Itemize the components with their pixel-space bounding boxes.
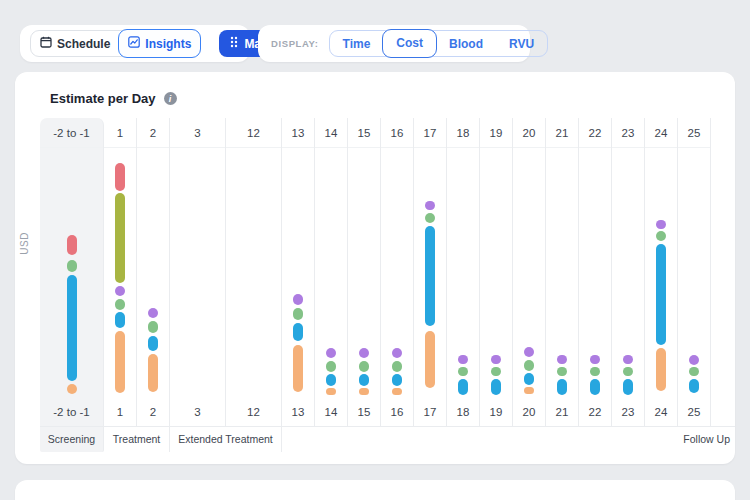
green-cost-segment bbox=[689, 367, 699, 376]
column-body bbox=[104, 148, 136, 398]
green-cost-segment bbox=[425, 213, 435, 223]
day-label-top: 14 bbox=[315, 118, 347, 148]
grid-dots-icon bbox=[230, 36, 238, 51]
column-body bbox=[414, 148, 446, 398]
day-label-bottom: 13 bbox=[282, 398, 314, 426]
chart-column-day-3: 33 bbox=[170, 118, 226, 426]
green-cost-segment bbox=[359, 361, 369, 372]
display-card: DISPLAY: TimeCostBloodRVU bbox=[258, 25, 530, 62]
green-cost-segment bbox=[392, 361, 402, 372]
day-label-top: 13 bbox=[282, 118, 314, 148]
purple-cost-segment bbox=[425, 201, 435, 210]
day-label-bottom: 1 bbox=[104, 398, 136, 426]
blue-cost-segment bbox=[458, 379, 468, 395]
purple-cost-segment bbox=[293, 294, 303, 305]
column-body bbox=[513, 148, 545, 398]
orange-cost-segment bbox=[148, 354, 158, 392]
chart-column-day-25: 2525 bbox=[678, 118, 711, 426]
y-axis-label: USD bbox=[19, 232, 30, 255]
green-cost-segment bbox=[458, 367, 468, 376]
column-body bbox=[348, 148, 380, 398]
purple-cost-segment bbox=[590, 355, 600, 364]
day-label-top: 22 bbox=[579, 118, 611, 148]
column-body bbox=[170, 148, 225, 398]
blue-cost-segment bbox=[425, 226, 435, 326]
chart-column-day-2: 22 bbox=[137, 118, 170, 426]
day-label-bottom: 22 bbox=[579, 398, 611, 426]
chart-title: Estimate per Day bbox=[50, 91, 156, 106]
insights-tab[interactable]: Insights bbox=[118, 29, 201, 58]
phase-label-treatment: Treatment bbox=[104, 426, 170, 452]
blue-cost-segment bbox=[67, 275, 77, 381]
column-body bbox=[645, 148, 677, 398]
schedule-tab[interactable]: Schedule bbox=[31, 30, 119, 57]
green-cost-segment bbox=[557, 367, 567, 376]
day-label-top: 24 bbox=[645, 118, 677, 148]
blue-cost-segment bbox=[623, 379, 633, 395]
chart-column-day-21: 2121 bbox=[546, 118, 579, 426]
day-label-top: 12 bbox=[226, 118, 281, 148]
display-label: DISPLAY: bbox=[271, 38, 319, 49]
column-body bbox=[480, 148, 512, 398]
green-cost-segment bbox=[524, 360, 534, 371]
chart-column-day-12: 1212 bbox=[226, 118, 282, 426]
green-cost-segment bbox=[67, 260, 77, 272]
blue-cost-segment bbox=[115, 312, 125, 328]
chart-column-day-18: 1818 bbox=[447, 118, 480, 426]
chart-column-day-23: 2323 bbox=[612, 118, 645, 426]
display-option-time[interactable]: Time bbox=[330, 30, 384, 57]
display-option-cost[interactable]: Cost bbox=[382, 29, 437, 58]
chart-line-icon bbox=[128, 36, 140, 51]
orange-cost-segment bbox=[425, 331, 435, 388]
day-label-bottom: 14 bbox=[315, 398, 347, 426]
display-option-blood[interactable]: Blood bbox=[436, 30, 496, 57]
orange-cost-segment bbox=[115, 331, 125, 393]
chart-column-day-14: 1414 bbox=[315, 118, 348, 426]
blue-cost-segment bbox=[656, 244, 666, 345]
purple-cost-segment bbox=[148, 308, 158, 318]
salmon-cost-segment bbox=[67, 235, 77, 255]
green-cost-segment bbox=[326, 361, 336, 372]
day-label-bottom: 20 bbox=[513, 398, 545, 426]
chart-column-day-22: 2222 bbox=[579, 118, 612, 426]
green-cost-segment bbox=[148, 321, 158, 333]
day-label-bottom: 2 bbox=[137, 398, 169, 426]
purple-cost-segment bbox=[557, 355, 567, 364]
blue-cost-segment bbox=[359, 374, 369, 386]
day-label-bottom: 18 bbox=[447, 398, 479, 426]
chart-right-spacer bbox=[711, 118, 735, 426]
day-label-bottom: 23 bbox=[612, 398, 644, 426]
purple-cost-segment bbox=[524, 347, 534, 357]
display-option-rvu[interactable]: RVU bbox=[496, 30, 547, 57]
column-body bbox=[579, 148, 611, 398]
blue-cost-segment bbox=[590, 379, 600, 395]
day-label-top: 25 bbox=[678, 118, 710, 148]
blue-cost-segment bbox=[689, 379, 699, 393]
chart-column-day-1: 11 bbox=[104, 118, 137, 426]
day-label-bottom: 24 bbox=[645, 398, 677, 426]
column-body bbox=[546, 148, 578, 398]
purple-cost-segment bbox=[326, 348, 336, 358]
day-label-top: 3 bbox=[170, 118, 225, 148]
green-cost-segment bbox=[293, 308, 303, 320]
chart-column-day-19: 1919 bbox=[480, 118, 513, 426]
chart-column-day--2-to--1: -2 to -1-2 to -1 bbox=[40, 118, 104, 426]
orange-cost-segment bbox=[67, 384, 77, 394]
day-label-top: 20 bbox=[513, 118, 545, 148]
purple-cost-segment bbox=[656, 220, 666, 229]
purple-cost-segment bbox=[623, 355, 633, 364]
day-label-top: 2 bbox=[137, 118, 169, 148]
day-label-top: 15 bbox=[348, 118, 380, 148]
bottom-partial-card bbox=[15, 480, 735, 500]
day-label-bottom: 3 bbox=[170, 398, 225, 426]
green-cost-segment bbox=[115, 299, 125, 310]
info-icon[interactable]: i bbox=[164, 92, 177, 105]
chart-column-day-15: 1515 bbox=[348, 118, 381, 426]
day-label-top: 17 bbox=[414, 118, 446, 148]
green-cost-segment bbox=[590, 367, 600, 376]
chart-column-day-16: 1616 bbox=[381, 118, 414, 426]
chart-column-day-17: 1717 bbox=[414, 118, 447, 426]
column-body bbox=[315, 148, 347, 398]
day-label-top: 21 bbox=[546, 118, 578, 148]
purple-cost-segment bbox=[392, 348, 402, 358]
